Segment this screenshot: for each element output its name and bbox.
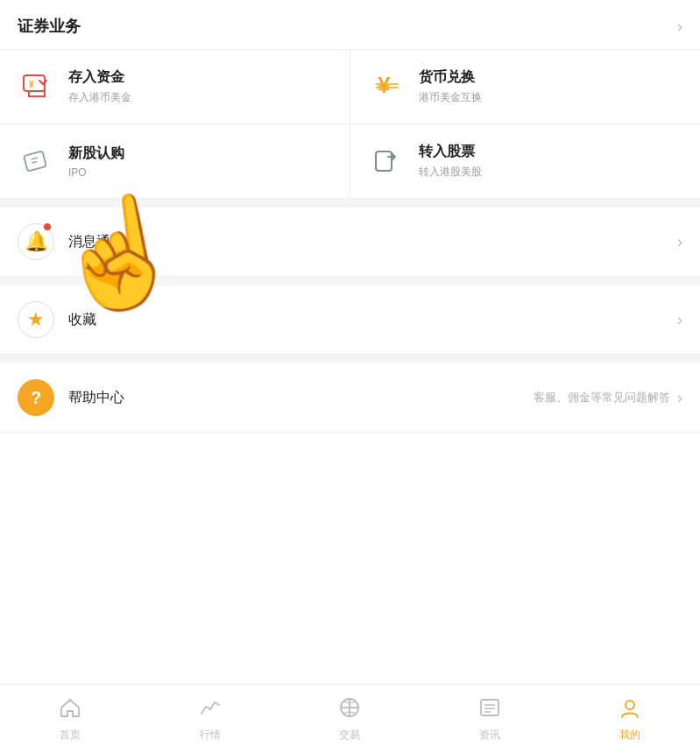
nav-label-market: 行情	[200, 728, 221, 743]
securities-section: 证券业务 › ¥ 存入资金 存入港币美金	[0, 0, 700, 199]
service-item-deposit[interactable]: ¥ 存入资金 存入港币美金	[0, 50, 350, 124]
favorites-chevron: ›	[677, 311, 682, 329]
securities-chevron: ›	[677, 18, 682, 36]
nav-item-news[interactable]: 资讯	[420, 685, 560, 754]
transfer-icon	[368, 142, 407, 180]
svg-text:¥: ¥	[378, 72, 391, 98]
notification-chevron: ›	[677, 233, 682, 251]
list-item-help[interactable]: ? 帮助中心 客服、佣金等常见问题解答 ›	[0, 363, 700, 433]
list-item-favorites[interactable]: ★ 收藏 ›	[0, 285, 700, 355]
star-icon: ★	[27, 308, 45, 331]
favorites-label: 收藏	[68, 311, 677, 329]
help-label: 帮助中心	[68, 389, 534, 407]
nav-label-home: 首页	[60, 728, 81, 743]
svg-rect-5	[24, 151, 46, 171]
notification-dot	[44, 223, 51, 230]
svg-point-16	[626, 701, 634, 709]
nav-label-news: 资讯	[479, 728, 500, 743]
nav-item-trade[interactable]: 交易	[280, 685, 421, 754]
nav-item-mine[interactable]: 我的	[560, 685, 700, 754]
service-item-ipo[interactable]: 新股认购 IPO	[0, 124, 350, 199]
bell-icon: 🔔	[25, 230, 48, 253]
service-grid: ¥ 存入资金 存入港币美金 ¥	[0, 49, 700, 199]
separator-1	[0, 199, 700, 208]
trade-icon	[338, 696, 361, 724]
news-icon	[478, 696, 501, 724]
ipo-icon	[18, 142, 56, 180]
separator-2	[0, 277, 700, 285]
svg-rect-12	[481, 700, 498, 715]
list-item-notification[interactable]: 🔔 消息通知 ›	[0, 208, 700, 277]
service-item-currency[interactable]: ¥ 货币兑换 港币美金互换	[350, 50, 701, 124]
favorites-icon-circle: ★	[18, 301, 54, 338]
nav-item-home[interactable]: 首页	[0, 685, 140, 754]
market-icon	[199, 696, 222, 724]
help-icon-circle: ?	[18, 379, 54, 416]
currency-icon: ¥	[368, 67, 407, 106]
svg-line-6	[31, 158, 38, 159]
help-icon: ?	[31, 388, 41, 408]
notification-label: 消息通知	[68, 233, 677, 251]
service-item-transfer[interactable]: 转入股票 转入港股美股	[350, 124, 701, 199]
service-text-ipo: 新股认购 IPO	[68, 144, 124, 179]
nav-label-trade: 交易	[339, 728, 360, 743]
svg-line-7	[32, 161, 37, 163]
nav-label-mine: 我的	[619, 728, 640, 743]
separator-3	[0, 355, 700, 363]
securities-title: 证券业务	[18, 16, 81, 37]
svg-text:¥: ¥	[29, 80, 34, 89]
securities-header[interactable]: 证券业务 ›	[0, 0, 700, 49]
home-icon	[59, 696, 81, 724]
deposit-icon: ¥	[18, 67, 56, 106]
service-text-deposit: 存入资金 存入港币美金	[68, 68, 131, 105]
profile-icon	[619, 696, 641, 724]
svg-rect-8	[376, 152, 392, 171]
nav-item-market[interactable]: 行情	[140, 685, 280, 754]
help-chevron: ›	[677, 389, 682, 407]
service-text-currency: 货币兑换 港币美金互换	[419, 68, 482, 105]
help-sublabel: 客服、佣金等常见问题解答	[534, 390, 670, 405]
service-text-transfer: 转入股票 转入港股美股	[419, 143, 482, 180]
bottom-nav: 首页 行情 交易	[0, 684, 700, 754]
